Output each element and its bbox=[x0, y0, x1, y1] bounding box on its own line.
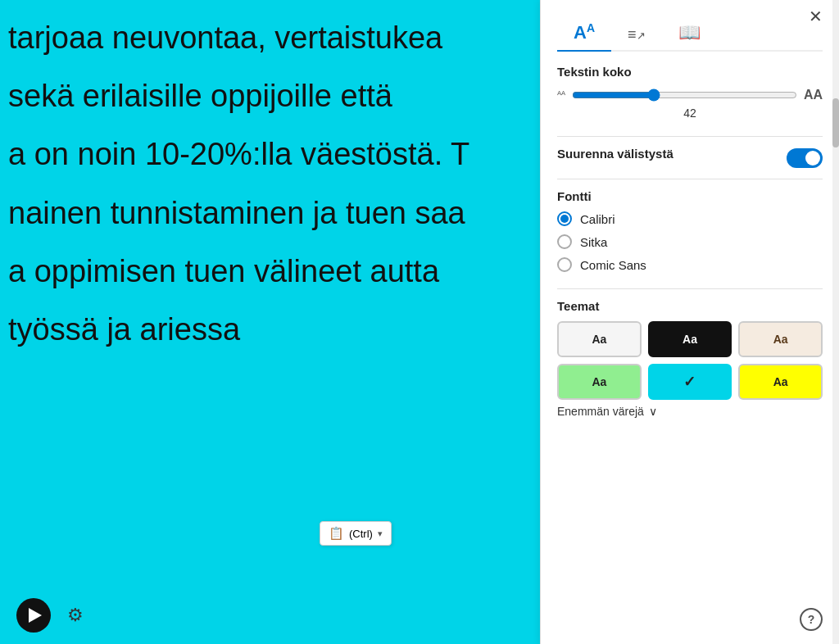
font-section: Fontti Calibri Sitka Comic Sans bbox=[557, 189, 823, 272]
divider-1 bbox=[557, 136, 823, 137]
tab-book[interactable]: 📖 bbox=[662, 16, 717, 52]
font-label-comic-sans: Comic Sans bbox=[580, 258, 646, 272]
theme-white[interactable]: Aa bbox=[557, 321, 642, 357]
settings-button[interactable]: ⚙ bbox=[67, 605, 84, 626]
clipboard-icon: 📋 bbox=[329, 526, 344, 541]
text-spacing-icon: ≡↗ bbox=[628, 26, 646, 43]
content-area: tarjoaa neuvontaa, vertaistukea sekä eri… bbox=[0, 0, 540, 644]
divider-3 bbox=[557, 288, 823, 289]
tab-text-spacing[interactable]: ≡↗ bbox=[611, 20, 662, 52]
font-size-label: Tekstin koko bbox=[557, 65, 823, 79]
font-size-section: Tekstin koko ᴬᴬ AA 42 bbox=[557, 65, 823, 120]
help-button[interactable]: ? bbox=[800, 608, 823, 631]
book-icon: 📖 bbox=[678, 22, 701, 43]
more-colors-row[interactable]: Enemmän värejä ∨ bbox=[557, 405, 823, 418]
teal-checkmark: ✓ bbox=[683, 373, 696, 391]
divider-2 bbox=[557, 179, 823, 179]
bottom-bar: ⚙ bbox=[0, 587, 540, 644]
themes-label: Teemat bbox=[557, 299, 823, 313]
spacing-label: Suurenna välistystä bbox=[557, 147, 673, 161]
theme-yellow[interactable]: Aa bbox=[738, 364, 823, 400]
main-text: tarjoaa neuvontaa, vertaistukea sekä eri… bbox=[8, 16, 532, 351]
theme-dark[interactable]: Aa bbox=[648, 321, 732, 357]
themes-section: Teemat Aa Aa Aa Aa ✓ Aa Enemmän värejä ∨ bbox=[557, 299, 823, 418]
tab-row: AA ≡↗ 📖 bbox=[557, 15, 823, 52]
scrollbar-thumb[interactable] bbox=[832, 98, 839, 147]
tab-text-size[interactable]: AA bbox=[557, 15, 611, 52]
font-label-calibri: Calibri bbox=[580, 212, 615, 226]
theme-green[interactable]: Aa bbox=[557, 364, 642, 400]
clipboard-arrow-icon: ▾ bbox=[378, 528, 383, 539]
close-button[interactable]: ✕ bbox=[809, 8, 823, 25]
scrollbar-track bbox=[832, 0, 839, 644]
radio-calibri-inner bbox=[560, 215, 569, 223]
clipboard-label: (Ctrl) bbox=[349, 528, 373, 540]
font-size-max-label: AA bbox=[804, 88, 823, 102]
font-option-comic-sans[interactable]: Comic Sans bbox=[557, 257, 823, 272]
toggle-knob bbox=[805, 151, 820, 166]
play-button[interactable] bbox=[16, 598, 51, 633]
radio-sitka bbox=[557, 234, 572, 249]
play-icon bbox=[29, 608, 42, 623]
text-size-icon: AA bbox=[574, 21, 595, 43]
spacing-row: Suurenna välistystä bbox=[557, 147, 823, 169]
font-option-calibri[interactable]: Calibri bbox=[557, 211, 823, 226]
font-size-slider[interactable] bbox=[572, 88, 797, 102]
spacing-toggle[interactable] bbox=[787, 148, 823, 168]
slider-row: ᴬᴬ AA bbox=[557, 87, 823, 103]
font-section-label: Fontti bbox=[557, 189, 823, 203]
clipboard-popup[interactable]: 📋 (Ctrl) ▾ bbox=[320, 521, 392, 546]
font-label-sitka: Sitka bbox=[580, 235, 607, 249]
font-size-slider-container bbox=[572, 87, 797, 103]
theme-sepia[interactable]: Aa bbox=[738, 321, 823, 357]
font-option-sitka[interactable]: Sitka bbox=[557, 234, 823, 249]
radio-calibri bbox=[557, 211, 572, 226]
right-panel: ✕ AA ≡↗ 📖 Tekstin koko ᴬᴬ AA 42 Suurenna… bbox=[540, 0, 839, 644]
themes-grid: Aa Aa Aa Aa ✓ Aa bbox=[557, 321, 823, 400]
font-size-min-label: ᴬᴬ bbox=[557, 89, 565, 101]
font-size-value: 42 bbox=[557, 107, 823, 120]
more-colors-label: Enemmän värejä bbox=[557, 405, 644, 418]
more-colors-chevron-icon: ∨ bbox=[649, 405, 657, 418]
radio-comic-sans bbox=[557, 257, 572, 272]
theme-teal[interactable]: ✓ bbox=[648, 364, 732, 400]
